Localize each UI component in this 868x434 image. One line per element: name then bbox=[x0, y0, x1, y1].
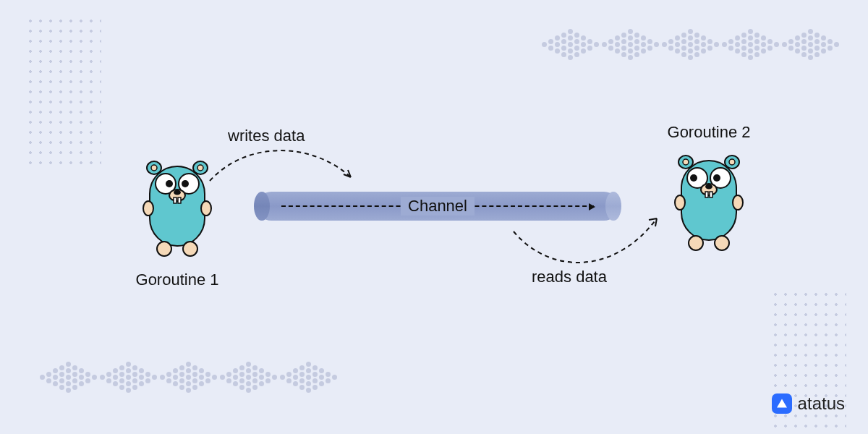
gopher-icon bbox=[665, 146, 752, 255]
svg-point-33 bbox=[715, 236, 729, 250]
channel-pipe: Channel bbox=[257, 192, 618, 221]
svg-point-16 bbox=[183, 242, 197, 256]
svg-point-19 bbox=[683, 159, 689, 165]
svg-point-27 bbox=[705, 184, 712, 190]
decor-chevrons-bottom-left bbox=[40, 362, 337, 393]
svg-point-20 bbox=[729, 159, 735, 165]
diagram-stage: Goroutine 1 Goroutine 2 writes d bbox=[0, 0, 868, 434]
svg-point-30 bbox=[675, 195, 685, 210]
writes-label: writes data bbox=[228, 127, 305, 145]
brand-logo: atatus bbox=[772, 393, 845, 414]
goroutine-1-label: Goroutine 1 bbox=[127, 271, 228, 289]
writes-arrow bbox=[203, 137, 362, 195]
svg-rect-28 bbox=[705, 192, 708, 197]
svg-point-8 bbox=[182, 180, 189, 187]
atatus-logo-icon bbox=[772, 393, 792, 414]
channel-label: Channel bbox=[401, 197, 475, 216]
svg-point-10 bbox=[174, 190, 181, 195]
goroutine-2-label: Goroutine 2 bbox=[658, 123, 760, 142]
svg-point-24 bbox=[690, 174, 697, 182]
decor-chevrons-top-right bbox=[542, 29, 839, 60]
svg-rect-12 bbox=[178, 197, 181, 203]
reads-label: reads data bbox=[532, 268, 607, 286]
svg-point-31 bbox=[733, 195, 743, 210]
svg-point-14 bbox=[201, 201, 211, 216]
svg-point-2 bbox=[151, 165, 157, 171]
svg-rect-29 bbox=[710, 192, 712, 197]
svg-point-13 bbox=[143, 201, 153, 216]
goroutine-2: Goroutine 2 bbox=[658, 123, 760, 258]
svg-rect-11 bbox=[174, 197, 176, 203]
brand-logo-text: atatus bbox=[798, 393, 845, 414]
svg-point-32 bbox=[689, 236, 703, 250]
svg-point-7 bbox=[166, 180, 173, 187]
svg-point-15 bbox=[157, 242, 171, 256]
svg-point-25 bbox=[713, 174, 720, 182]
decor-dotgrid-top-left bbox=[25, 16, 101, 171]
